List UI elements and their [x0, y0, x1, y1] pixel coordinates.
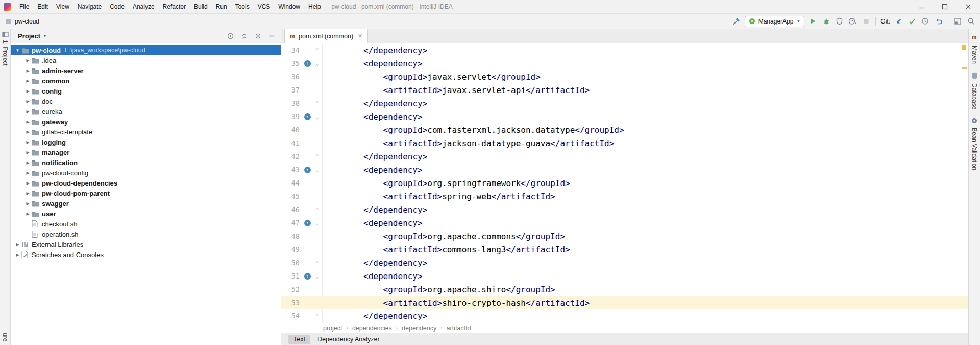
tree-item-manager[interactable]: ▶manager	[11, 147, 281, 157]
tree-item-pw-cloud[interactable]: ▼pw-cloudF:\java_workspace\pw-cloud	[11, 45, 281, 55]
project-toolwindow-button[interactable]: 1: Project	[2, 31, 9, 66]
menu-help[interactable]: Help	[304, 0, 325, 13]
code-line-39[interactable]: 39↑⌄ <dependency>	[281, 110, 968, 123]
expand-arrow-icon[interactable]: ▶	[24, 79, 32, 83]
tree-item-logging[interactable]: ▶logging	[11, 137, 281, 147]
expand-arrow-icon[interactable]: ▶	[24, 99, 32, 104]
build-project-button[interactable]	[731, 16, 741, 26]
project-panel-title[interactable]: Project	[18, 32, 40, 40]
tree-item-swagger[interactable]: ▶swagger	[11, 198, 281, 209]
expand-arrow-icon[interactable]: ▶	[24, 120, 32, 124]
hide-windows-button[interactable]	[953, 16, 963, 26]
expand-arrow-icon[interactable]: ▶	[24, 58, 32, 63]
code-line-35[interactable]: 35↑⌄ <dependency>	[281, 57, 968, 70]
fold-marker-icon[interactable]: ⌃	[313, 100, 322, 107]
maven-dependency-icon[interactable]: ↑	[304, 273, 311, 280]
tree-item-user[interactable]: ▶user	[11, 209, 281, 219]
expand-arrow-icon[interactable]: ▶	[14, 252, 21, 257]
menu-tools[interactable]: Tools	[231, 0, 254, 13]
tree-item-config[interactable]: ▶config	[11, 86, 281, 96]
menu-view[interactable]: View	[52, 0, 74, 13]
breadcrumb-dependencies[interactable]: dependencies	[352, 325, 392, 332]
fold-marker-icon[interactable]: ⌄	[313, 60, 322, 67]
run-with-coverage-button[interactable]	[835, 16, 844, 26]
breadcrumb-artifactid[interactable]: artifactId	[447, 325, 471, 332]
tree-item-pw-cloud-dependencies[interactable]: ▶pw-cloud-dependencies	[11, 178, 281, 188]
code-line-47[interactable]: 47↑⌄ <dependency>	[281, 216, 968, 229]
chevron-down-icon[interactable]: ▼	[43, 34, 47, 38]
fold-marker-icon[interactable]: ⌃	[313, 47, 322, 54]
run-button[interactable]	[808, 16, 818, 26]
expand-arrow-icon[interactable]: ▶	[24, 68, 32, 73]
code-line-45[interactable]: 45 <artifactId>spring-web</artifactId>	[281, 190, 968, 203]
toolwindow-button-bean-validation[interactable]: Bean Validation	[971, 118, 978, 170]
menu-vcs[interactable]: VCS	[254, 0, 275, 13]
menu-edit[interactable]: Edit	[33, 0, 52, 13]
menu-code[interactable]: Code	[106, 0, 129, 13]
expand-arrow-icon[interactable]: ▶	[24, 191, 32, 196]
toolwindow-button-maven[interactable]: mMaven	[971, 32, 978, 64]
menu-analyze[interactable]: Analyze	[129, 0, 159, 13]
tree-item-admin-server[interactable]: ▶admin-server	[11, 65, 281, 76]
code-line-42[interactable]: 42⌃ </dependency>	[281, 150, 968, 163]
structure-toolwindow-button[interactable]: ure	[2, 331, 9, 343]
tree-item-gateway[interactable]: ▶gateway	[11, 117, 281, 127]
expand-arrow-icon[interactable]: ▶	[24, 160, 32, 165]
profiler-button[interactable]	[848, 16, 857, 26]
bottom-tab-dependency-analyzer[interactable]: Dependency Analyzer	[312, 335, 385, 344]
fold-marker-icon[interactable]: ⌄	[313, 273, 322, 280]
code-line-50[interactable]: 50⌃ </dependency>	[281, 256, 968, 269]
expand-arrow-icon[interactable]: ▶	[24, 150, 32, 155]
code-line-53[interactable]: 53 <artifactId>shiro-crypto-hash</artifa…	[281, 296, 968, 309]
breadcrumb[interactable]: pw-cloud	[5, 18, 39, 25]
menu-build[interactable]: Build	[190, 0, 212, 13]
minimize-button[interactable]	[910, 0, 933, 13]
code-line-41[interactable]: 41 <artifactId>jackson-datatype-guava</a…	[281, 136, 968, 150]
code-line-51[interactable]: 51↑⌄ <dependency>	[281, 269, 968, 283]
tree-item-scratches-and-consoles[interactable]: ▶Scratches and Consoles	[11, 249, 281, 260]
tree-item-external-libraries[interactable]: ▶External Libraries	[11, 239, 281, 249]
tree-item-checkout-sh[interactable]: checkout.sh	[11, 219, 281, 229]
fold-marker-icon[interactable]: ⌄	[313, 113, 322, 120]
expand-arrow-icon[interactable]: ▶	[24, 201, 32, 206]
maven-dependency-icon[interactable]: ↑	[304, 220, 311, 226]
code-line-38[interactable]: 38⌃ </dependency>	[281, 97, 968, 110]
menu-run[interactable]: Run	[212, 0, 231, 13]
expand-arrow-icon[interactable]: ▶	[24, 212, 32, 216]
maven-dependency-icon[interactable]: ↑	[304, 60, 311, 67]
stop-button[interactable]	[861, 16, 871, 26]
menu-file[interactable]: File	[15, 0, 33, 13]
commit-button[interactable]	[907, 16, 917, 26]
expand-arrow-icon[interactable]: ▶	[24, 130, 32, 134]
code-line-46[interactable]: 46⌃ </dependency>	[281, 203, 968, 216]
locate-file-icon[interactable]	[227, 32, 234, 40]
breadcrumb-dependency[interactable]: dependency	[402, 325, 436, 332]
tree-item-idea[interactable]: ▶.idea	[11, 55, 281, 65]
code-line-48[interactable]: 48 <groupId>org.apache.commons</groupId>	[281, 229, 968, 243]
maven-dependency-icon[interactable]: ↑	[304, 113, 311, 120]
breadcrumb-project[interactable]: pw-cloud	[15, 18, 39, 25]
breadcrumb-project[interactable]: project	[323, 325, 342, 332]
expand-arrow-icon[interactable]: ▶	[24, 109, 32, 114]
menu-refactor[interactable]: Refactor	[159, 0, 190, 13]
code-line-36[interactable]: 36 <groupId>javax.servlet</groupId>	[281, 70, 968, 83]
fold-marker-icon[interactable]: ⌃	[313, 313, 322, 319]
expand-arrow-icon[interactable]: ▶	[14, 242, 21, 247]
code-line-52[interactable]: 52 <groupId>org.apache.shiro</groupId>	[281, 283, 968, 296]
code-line-37[interactable]: 37 <artifactId>javax.servlet-api</artifa…	[281, 83, 968, 97]
expand-arrow-icon[interactable]: ▶	[24, 181, 32, 186]
fold-marker-icon[interactable]: ⌄	[313, 220, 322, 226]
tree-item-operation-sh[interactable]: operation.sh	[11, 229, 281, 239]
maximize-button[interactable]	[933, 0, 957, 13]
code-line-43[interactable]: 43↑⌄ <dependency>	[281, 163, 968, 176]
code-line-54[interactable]: 54⌃ </dependency>	[281, 309, 968, 323]
tab-close-icon[interactable]: ✕	[358, 33, 362, 39]
fold-marker-icon[interactable]: ⌄	[313, 167, 322, 173]
close-button[interactable]	[957, 0, 980, 13]
tree-item-gitlab-ci-template[interactable]: ▶gitlab-ci-template	[11, 127, 281, 137]
tree-item-eureka[interactable]: ▶eureka	[11, 106, 281, 117]
tree-item-pw-cloud-pom-parent[interactable]: ▶pw-cloud-pom-parent	[11, 188, 281, 198]
rollback-button[interactable]	[934, 16, 943, 26]
vcs-history-button[interactable]	[920, 16, 930, 26]
menu-navigate[interactable]: Navigate	[74, 0, 106, 13]
